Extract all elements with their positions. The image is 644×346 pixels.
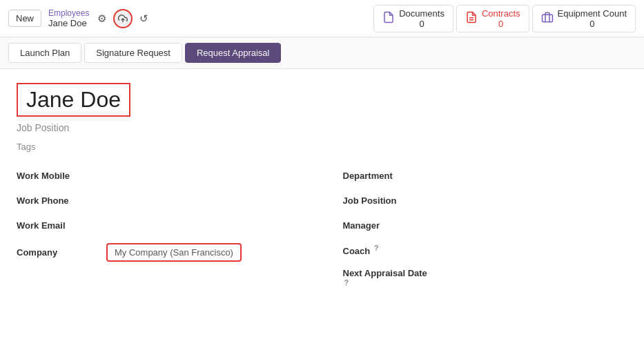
upload-icon-button[interactable]: [113, 9, 133, 28]
record-action-icons: ⚙ ↺: [95, 9, 151, 28]
company-field[interactable]: My Company (San Francisco): [106, 243, 242, 262]
manager-row: Manager: [343, 213, 628, 238]
breadcrumb-current: Jane Doe: [48, 18, 89, 28]
contracts-stat-button[interactable]: Contracts 0: [456, 5, 529, 32]
employee-name-box: Jane Doe: [17, 83, 130, 117]
company-row: Company My Company (San Francisco): [17, 238, 302, 267]
work-email-label: Work Email: [17, 220, 106, 231]
coach-label: Coach ?: [343, 244, 433, 256]
next-appraisal-date-label: Next Appraisal Date ?: [343, 268, 433, 291]
breadcrumb: Employees Jane Doe: [48, 8, 89, 28]
documents-icon: [382, 11, 395, 26]
documents-label: Documents: [399, 8, 445, 19]
manager-label: Manager: [343, 220, 433, 231]
equipment-label: Equipment Count: [558, 8, 627, 19]
form-section: Work Mobile Work Phone Work Email Compan…: [17, 163, 627, 296]
equipment-count: 0: [558, 19, 627, 29]
next-appraisal-date-row: Next Appraisal Date ?: [343, 262, 628, 296]
contracts-label: Contracts: [482, 8, 520, 19]
tab-launch-plan[interactable]: Launch Plan: [8, 43, 81, 63]
documents-stat-button[interactable]: Documents 0: [373, 5, 453, 32]
department-row: Department: [343, 163, 628, 188]
job-position-label: Job Position: [343, 195, 433, 206]
work-phone-label: Work Phone: [17, 195, 106, 206]
employee-name: Jane Doe: [26, 87, 121, 112]
contracts-stat-info: Contracts 0: [482, 8, 520, 29]
tab-request-appraisal[interactable]: Request Appraisal: [185, 43, 282, 63]
form-right-col: Department Job Position Manager Coach ? …: [343, 163, 628, 296]
documents-count: 0: [399, 19, 445, 29]
refresh-icon-button[interactable]: ↺: [137, 11, 151, 26]
stat-buttons-area: Documents 0 Contracts 0: [373, 5, 636, 32]
breadcrumb-employees-link[interactable]: Employees: [48, 8, 89, 18]
coach-row: Coach ?: [343, 238, 628, 262]
top-bar: New Employees Jane Doe ⚙ ↺ Documents: [0, 0, 644, 37]
contracts-count: 0: [482, 19, 520, 29]
tags-field-label: Tags: [17, 142, 627, 152]
contracts-icon: [465, 11, 478, 26]
form-col-spacer: [302, 163, 343, 296]
new-button[interactable]: New: [8, 10, 41, 27]
documents-stat-info: Documents 0: [399, 8, 445, 29]
form-left-col: Work Mobile Work Phone Work Email Compan…: [17, 163, 302, 296]
job-position-row: Job Position: [343, 188, 628, 213]
equipment-stat-info: Equipment Count 0: [558, 8, 627, 29]
equipment-stat-button[interactable]: Equipment Count 0: [532, 5, 636, 32]
job-position-field-label: Job Position: [17, 122, 627, 133]
company-label: Company: [17, 247, 106, 258]
work-email-row: Work Email: [17, 213, 302, 238]
work-phone-row: Work Phone: [17, 188, 302, 213]
svg-rect-3: [542, 15, 552, 22]
tab-signature-request[interactable]: Signature Request: [84, 43, 182, 63]
main-content: Jane Doe Job Position Tags Work Mobile W…: [0, 69, 644, 310]
work-mobile-row: Work Mobile: [17, 163, 302, 188]
settings-icon-button[interactable]: ⚙: [95, 11, 109, 26]
tab-bar: Launch Plan Signature Request Request Ap…: [0, 37, 644, 69]
coach-help-icon: ?: [374, 244, 379, 252]
appraisal-help-icon: ?: [344, 278, 349, 287]
work-mobile-label: Work Mobile: [17, 171, 106, 181]
department-label: Department: [343, 171, 433, 181]
equipment-icon: [541, 11, 554, 26]
